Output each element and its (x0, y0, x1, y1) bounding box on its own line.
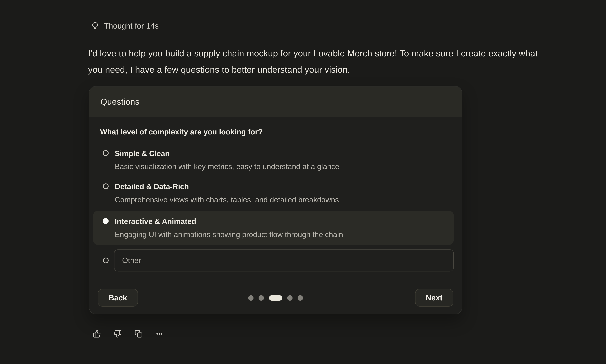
pagination-dots (248, 295, 303, 301)
option-detailed-data-rich[interactable]: Detailed & Data-Rich Comprehensive views… (93, 178, 454, 208)
pagination-dot-active (269, 295, 282, 301)
pagination-dot (258, 295, 264, 301)
radio-unselected-icon[interactable] (103, 183, 109, 189)
pagination-dot (297, 295, 303, 301)
lightbulb-icon (90, 21, 100, 30)
option-other (93, 249, 454, 272)
pagination-dot (287, 295, 293, 301)
option-label: Simple & Clean (115, 147, 339, 160)
thumbs-up-icon[interactable] (93, 330, 101, 338)
radio-unselected-icon[interactable] (103, 150, 109, 156)
thought-label: Thought for 14s (104, 22, 159, 30)
option-description: Comprehensive views with charts, tables,… (115, 193, 339, 206)
card-body: What level of complexity are you looking… (89, 127, 462, 314)
back-button[interactable]: Back (98, 289, 138, 307)
option-label: Detailed & Data-Rich (115, 180, 339, 193)
other-option-input[interactable] (114, 249, 454, 272)
card-title: Questions (100, 97, 139, 107)
thumbs-down-icon[interactable] (114, 330, 122, 338)
question-title: What level of complexity are you looking… (100, 127, 454, 136)
next-button[interactable]: Next (415, 289, 453, 307)
card-header: Questions (89, 87, 462, 117)
option-simple-clean[interactable]: Simple & Clean Basic visualization with … (93, 144, 454, 175)
option-description: Engaging UI with animations showing prod… (115, 228, 343, 241)
card-footer: Back Next (89, 282, 462, 314)
message-text: I'd love to help you build a supply chai… (88, 45, 539, 78)
copy-icon[interactable] (135, 330, 143, 338)
radio-unselected-icon[interactable] (103, 258, 109, 263)
questions-card: Questions What level of complexity are y… (89, 86, 462, 314)
message-actions (93, 330, 606, 338)
chat-screen: Thought for 14s I'd love to help you bui… (0, 0, 606, 364)
option-description: Basic visualization with key metrics, ea… (115, 160, 339, 173)
thought-header[interactable]: Thought for 14s (90, 21, 606, 30)
option-label: Interactive & Animated (115, 215, 343, 228)
pagination-dot (248, 295, 254, 301)
radio-selected-icon[interactable] (103, 218, 109, 224)
option-interactive-animated[interactable]: Interactive & Animated Engaging UI with … (93, 211, 454, 245)
assistant-message: Thought for 14s I'd love to help you bui… (0, 0, 606, 338)
more-options-icon[interactable] (155, 330, 163, 338)
